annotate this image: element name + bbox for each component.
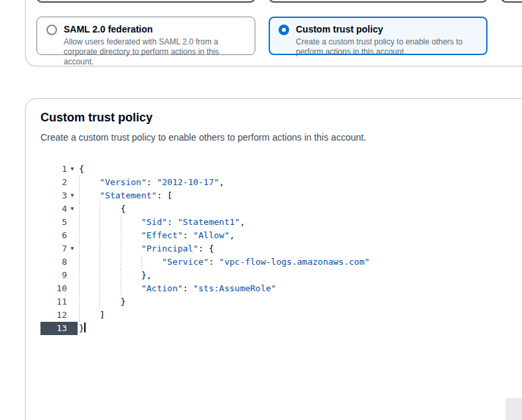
code-line[interactable]: } [78,295,489,309]
gutter-line-number[interactable]: 1▼ [40,163,78,176]
editor-line[interactable]: 3▼ "Statement": [ [40,189,489,202]
fold-arrow-icon[interactable]: ▼ [67,242,78,255]
json-key: "Service" [162,257,208,267]
code-line[interactable]: "Action": "sts:AssumeRole" [78,282,489,295]
gutter-line-number[interactable]: 10 [40,282,78,295]
indent-guide [79,309,80,322]
editor-lines: 1▼{2 "Version": "2012-10-17",3▼ "Stateme… [40,163,489,335]
indent-guide [121,255,121,269]
editor-line[interactable]: 12 ] [40,309,489,322]
json-key: "Principal" [141,244,198,253]
gutter-line-number[interactable]: 11 [40,295,78,309]
editor-line[interactable]: 8 "Service": "vpc-flow-logs.amazonaws.co… [40,255,489,269]
editor-line[interactable]: 13} [40,322,489,335]
json-punctuation: { [121,204,126,214]
cutoff-tile-left[interactable] [36,0,255,3]
code-line[interactable]: { [78,202,489,216]
gutter-line-number[interactable]: 12 [40,309,78,322]
trust-policy-editor[interactable]: 1▼{2 "Version": "2012-10-17",3▼ "Stateme… [40,163,489,420]
line-number: 4 [62,202,67,216]
gutter-line-number[interactable]: 8 [40,255,78,269]
editor-line[interactable]: 4▼ { [40,202,489,216]
code-line[interactable]: "Statement": [ [78,189,489,202]
radio-button-saml[interactable] [46,25,57,35]
code-line[interactable]: "Principal": { [78,242,489,255]
json-string: "vpc-flow-logs.amazonaws.com" [219,257,369,267]
editor-line[interactable]: 10 "Action": "sts:AssumeRole" [40,282,489,295]
line-number: 10 [56,282,67,295]
code-line[interactable]: "Version": "2012-10-17", [78,176,489,189]
editor-line[interactable]: 11 } [40,295,489,309]
fold-arrow-icon[interactable]: ▼ [67,163,78,176]
line-number: 12 [56,309,67,322]
trusted-entity-type-container: SAML 2.0 federation Allow users federate… [25,0,522,66]
cutoff-tile-middle[interactable] [269,0,488,3]
indent-guide [141,255,142,269]
indent-guide [79,242,80,255]
gutter-line-number[interactable]: 9 [40,269,78,282]
indent-guide [99,269,100,282]
json-punctuation: , [240,217,245,227]
code-line[interactable]: "Sid": "Statement1", [78,216,489,229]
editor-line[interactable]: 7▼ "Principal": { [40,242,489,255]
line-number: 13 [56,322,67,335]
editor-line[interactable]: 1▼{ [40,163,489,176]
code-line[interactable]: } [78,322,489,335]
gutter-line-number[interactable]: 6 [40,229,78,242]
indent-guide [121,242,121,255]
tile-custom-trust-policy[interactable]: Custom trust policy Create a custom trus… [269,17,488,55]
indent-guide [79,202,80,216]
json-punctuation: : [147,177,157,187]
editor-line[interactable]: 6 "Effect": "Allow", [40,229,489,242]
indent-guide [79,189,80,202]
line-number: 2 [62,176,67,189]
json-punctuation: }, [141,270,152,280]
tile-saml-federation[interactable]: SAML 2.0 federation Allow users federate… [36,17,255,55]
editor-line[interactable]: 2 "Version": "2012-10-17", [40,176,489,189]
code-line[interactable]: "Effect": "Allow", [78,229,489,242]
radio-button-custom[interactable] [279,25,289,35]
json-string: "sts:AssumeRole" [193,283,276,293]
tile-title: SAML 2.0 federation [64,24,245,35]
editor-line[interactable]: 5 "Sid": "Statement1", [40,216,489,229]
json-punctuation: , [219,177,224,187]
indent-guide [79,229,80,242]
json-string: "Allow" [193,230,229,240]
indent-guide [79,216,80,229]
json-key: "Statement" [99,190,157,200]
gutter-line-number[interactable]: 5 [40,216,78,229]
json-string: "Statement1" [178,217,240,227]
page: SAML 2.0 federation Allow users federate… [0,0,522,420]
gutter-line-number[interactable]: 4▼ [40,202,78,216]
json-punctuation: , [229,230,235,240]
gutter-line-number[interactable]: 3▼ [40,189,78,202]
gutter-line-number[interactable]: 7▼ [40,242,78,255]
fold-arrow-icon[interactable]: ▼ [67,189,78,202]
code-line[interactable]: ] [78,309,489,322]
indent-guide [99,295,100,309]
code-line[interactable]: "Service": "vpc-flow-logs.amazonaws.com" [78,255,489,269]
tile-description: Create a custom trust policy to enable o… [296,37,478,57]
gutter-line-number[interactable]: 13 [40,322,78,335]
card-subtitle: Create a custom trust policy to enable o… [40,131,522,144]
indent-guide [121,269,121,282]
line-number: 1 [62,163,67,176]
line-number: 3 [62,189,67,202]
editor-line[interactable]: 9 }, [40,269,489,282]
gutter-line-number[interactable]: 2 [40,176,78,189]
code-line[interactable]: }, [78,269,489,282]
indent-guide [79,255,80,269]
indent-guide [79,282,80,295]
code-line[interactable]: { [78,163,489,176]
json-key: "Sid" [141,217,167,227]
json-punctuation: : [183,230,194,240]
indent-guide [99,202,100,216]
json-key: "Action" [141,283,183,293]
cutoff-tile-right[interactable] [501,0,522,3]
page-background-corner [505,398,522,420]
line-number: 9 [62,269,67,282]
json-punctuation: : { [198,244,214,253]
fold-arrow-icon[interactable]: ▼ [67,202,78,216]
indent-guide [79,176,80,189]
line-number: 11 [56,295,67,309]
